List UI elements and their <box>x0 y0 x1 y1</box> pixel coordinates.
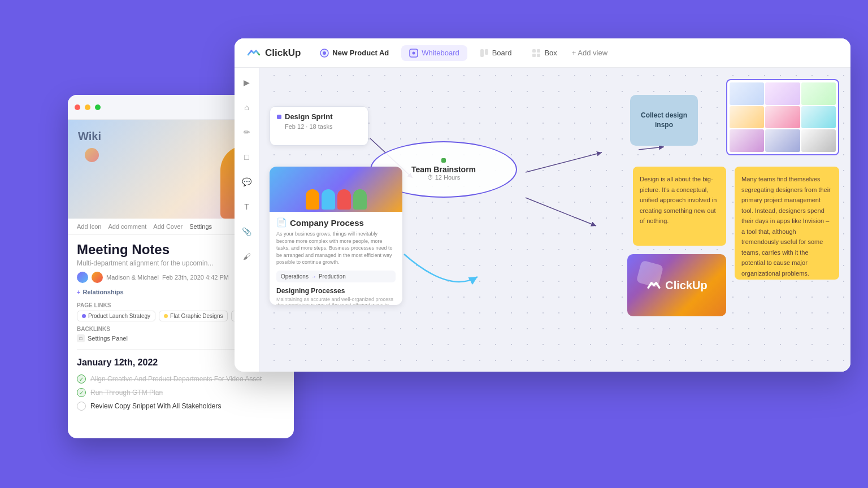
svg-line-12 <box>639 147 664 150</box>
checkbox-3[interactable] <box>77 402 86 411</box>
add-relationship-button[interactable]: + <box>77 289 80 295</box>
home-tool[interactable]: ⌂ <box>239 99 255 115</box>
check-text-2: Run-Through GTM Plan <box>90 389 163 396</box>
tab-box[interactable]: Box <box>524 45 565 61</box>
brush-tool[interactable]: 🖌 <box>239 249 255 264</box>
add-cover-action[interactable]: Add Cover <box>153 223 183 230</box>
yellow-note-2[interactable]: Many teams find themselves segregating d… <box>735 167 839 280</box>
svg-point-1 <box>323 51 326 55</box>
cp-doc-icon: 📄 <box>276 217 287 228</box>
figure-4 <box>353 189 367 210</box>
cp-description: As your business grows, things will inev… <box>276 230 396 266</box>
screenshot-9 <box>801 129 836 152</box>
tb-status-dot <box>441 158 446 163</box>
check-text-3: Review Copy Snippet With All Stakeholder… <box>90 402 221 410</box>
text-tool[interactable]: T <box>239 199 255 215</box>
author-avatar-2 <box>92 272 103 283</box>
tab-whiteboard[interactable]: Whiteboard <box>401 45 467 61</box>
whiteboard-toolbar: ▶ ⌂ ✏ □ 💬 T 📎 🖌 <box>235 68 259 372</box>
tab-whiteboard-label: Whiteboard <box>422 49 459 57</box>
tab-box-label: Box <box>544 49 557 57</box>
maximize-button[interactable] <box>95 104 101 110</box>
screenshot-6 <box>801 106 836 129</box>
screenshot-2 <box>765 82 800 105</box>
comment-tool[interactable]: 💬 <box>239 174 255 190</box>
clickup-big-text: ClickUp <box>665 279 707 292</box>
team-brainstorm-title: Team Brainstorm <box>411 165 476 174</box>
edit-date: Feb 23th, 2020 4:42 PM <box>162 274 229 281</box>
screenshots-grid[interactable] <box>726 79 839 155</box>
author-avatar-1 <box>77 272 88 283</box>
cursor-tool[interactable]: ▶ <box>239 75 255 90</box>
cp-flow: Operations → Production <box>276 271 396 282</box>
cp-figures <box>270 187 402 212</box>
page-link-graphic[interactable]: Flat Graphic Designs <box>159 311 228 321</box>
add-view-label: + Add view <box>572 49 607 57</box>
shape-tool[interactable]: □ <box>239 149 255 165</box>
page-link-label-1: Product Launch Strategy <box>88 313 150 319</box>
tab-board-label: Board <box>492 49 512 57</box>
svg-rect-4 <box>480 49 484 57</box>
board-tab-icon <box>480 49 489 58</box>
cp-flow-arrow: → <box>311 273 316 280</box>
collect-design-text: Collect design inspo <box>635 111 693 130</box>
whiteboard-content: ▶ ⌂ ✏ □ 💬 T 📎 🖌 <box>235 68 850 372</box>
page-link-label-2: Flat Graphic Designs <box>170 313 223 319</box>
screenshot-4 <box>730 106 764 129</box>
figure-3 <box>337 189 351 210</box>
minimize-button[interactable] <box>85 104 90 110</box>
clickup-product-image: ClickUp <box>627 254 726 316</box>
svg-line-11 <box>526 152 602 172</box>
cp-flow-to: Production <box>319 273 346 280</box>
svg-rect-5 <box>485 49 488 55</box>
checkbox-2[interactable]: ✓ <box>77 388 86 397</box>
add-comment-action[interactable]: Add comment <box>108 223 146 230</box>
tab-board[interactable]: Board <box>472 45 520 61</box>
checkbox-1[interactable]: ✓ <box>77 374 86 384</box>
screenshot-1 <box>730 82 764 105</box>
yellow-note-1[interactable]: Design is all about the big-picture. It'… <box>633 167 726 246</box>
project-tab[interactable]: New Product Ad <box>312 45 397 61</box>
cp-body: 📄 Company Process As your business grows… <box>270 212 402 305</box>
whiteboard-nav: ClickUp New Product Ad Whiteboard Board <box>235 38 850 68</box>
close-button[interactable] <box>75 104 80 110</box>
page-link-product[interactable]: Product Launch Strategy <box>77 311 155 321</box>
authors-names: Madison & Michael <box>106 274 159 281</box>
pen-tool[interactable]: ✏ <box>239 124 255 140</box>
yellow-note-2-text: Many teams find themselves segregating d… <box>741 176 831 277</box>
screenshot-3 <box>801 82 836 105</box>
cp-title: 📄 Company Process <box>276 217 396 228</box>
check-icon-1: ✓ <box>79 376 84 382</box>
add-view-button[interactable]: + Add view <box>572 49 607 57</box>
screenshot-5 <box>765 106 800 129</box>
tag-dot-purple <box>82 314 86 318</box>
collect-design-card[interactable]: Collect design inspo <box>630 95 698 146</box>
add-icon-action[interactable]: Add Icon <box>77 223 101 230</box>
svg-rect-7 <box>537 49 540 53</box>
svg-point-3 <box>413 51 415 54</box>
whiteboard-window: ClickUp New Product Ad Whiteboard Board <box>235 38 850 372</box>
design-sprint-card[interactable]: Design Sprint Feb 12 · 18 tasks <box>270 106 368 146</box>
check-text-1: Align Creative And Product Departments F… <box>90 375 262 383</box>
check-item-2: ✓ Run-Through GTM Plan <box>77 386 285 399</box>
ds-status-dot <box>277 115 281 119</box>
cp-hero-image <box>270 167 402 212</box>
backlink-icon: □ <box>77 334 85 342</box>
design-sprint-meta: Feb 12 · 18 tasks <box>277 123 361 130</box>
clickup-logo[interactable]: ClickUp <box>246 45 301 61</box>
svg-line-13 <box>526 198 596 226</box>
check-icon-2: ✓ <box>79 390 84 396</box>
clickup-logo-text: ClickUp <box>265 47 301 59</box>
settings-action[interactable]: Settings <box>189 223 212 230</box>
project-icon <box>320 49 329 58</box>
box-tab-icon <box>532 49 541 58</box>
project-name: New Product Ad <box>332 49 389 57</box>
check-item-3: Review Copy Snippet With All Stakeholder… <box>77 399 285 413</box>
attachment-tool[interactable]: 📎 <box>239 224 255 239</box>
screenshot-8 <box>765 129 800 152</box>
hero-wiki-label: Wiki <box>78 130 101 143</box>
cp-section-title: Designing Processes <box>276 287 396 295</box>
design-sprint-title: Design Sprint <box>285 112 333 121</box>
company-process-card[interactable]: 📄 Company Process As your business grows… <box>270 167 402 305</box>
cp-section-desc: Maintaining as accurate and well-organiz… <box>276 297 396 305</box>
